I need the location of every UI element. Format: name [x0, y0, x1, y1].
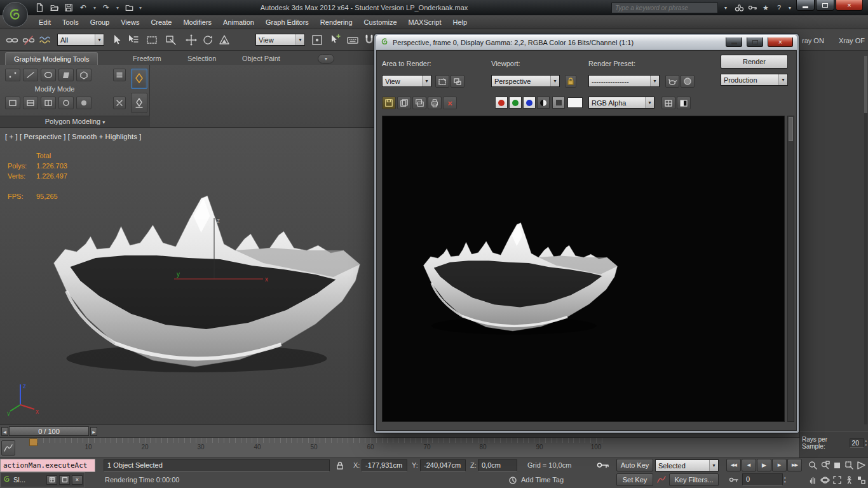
rendered-frame-window[interactable]: Perspective, frame 0, Display Gamma: 2,2…: [374, 33, 799, 433]
vertex-subobject-button[interactable]: [5, 69, 20, 81]
xray-on-label[interactable]: ray ON: [802, 37, 824, 44]
copy-image-icon[interactable]: [397, 97, 411, 109]
rfw-minimize-button[interactable]: [726, 37, 742, 47]
current-frame-field[interactable]: 0: [742, 473, 783, 485]
select-and-link-icon[interactable]: [4, 32, 20, 48]
menu-modifiers[interactable]: Modifiers: [177, 15, 217, 29]
help-icon[interactable]: ?: [773, 3, 785, 13]
minimize-button[interactable]: [796, 0, 815, 11]
toggle-ui-overlays-icon[interactable]: [661, 97, 675, 109]
red-channel-button[interactable]: [495, 97, 508, 109]
open-file-icon[interactable]: [48, 3, 60, 13]
auto-region-icon[interactable]: [451, 75, 465, 88]
ribbon-tool-button-4[interactable]: [58, 97, 74, 109]
render-preset-combo[interactable]: ---------------- ▾: [588, 75, 660, 87]
viewport-combo[interactable]: Perspective ▾: [491, 75, 560, 87]
ribbon-stack-button-1[interactable]: [113, 69, 126, 81]
xray-off-label[interactable]: Xray OF: [839, 37, 865, 44]
rfw-maximize-button[interactable]: [747, 37, 763, 47]
edge-subobject-button[interactable]: [23, 69, 38, 81]
environment-icon[interactable]: [681, 75, 695, 88]
use-pivot-point-center-icon[interactable]: [309, 32, 325, 48]
zoom-extents-all-icon[interactable]: [855, 473, 867, 486]
add-time-tag-label[interactable]: Add Time Tag: [521, 472, 564, 488]
bind-to-space-warp-icon[interactable]: [37, 32, 53, 48]
channel-display-combo[interactable]: RGB Alpha ▾: [588, 97, 654, 109]
menu-group[interactable]: Group: [85, 15, 116, 29]
next-frame-button[interactable]: ▶: [772, 459, 787, 471]
search-input[interactable]: [611, 3, 718, 13]
polygon-subobject-button[interactable]: [58, 69, 74, 81]
monochrome-button[interactable]: [552, 97, 565, 109]
select-and-rotate-icon[interactable]: [200, 32, 216, 48]
color-swatch[interactable]: [567, 97, 583, 108]
render-setup-icon[interactable]: [665, 75, 679, 88]
close-button[interactable]: ×: [836, 0, 863, 11]
favorites-star-icon[interactable]: ★: [760, 3, 771, 13]
area-to-render-combo[interactable]: View ▾: [382, 75, 431, 87]
keyboard-shortcut-override-icon[interactable]: [344, 32, 361, 48]
new-key-tangent-icon[interactable]: [655, 473, 668, 486]
render-button[interactable]: Render: [721, 55, 788, 69]
zoom-all-icon[interactable]: [819, 459, 831, 471]
subscription-key-icon[interactable]: [747, 3, 758, 13]
zoom-icon[interactable]: [807, 459, 818, 471]
select-and-scale-icon[interactable]: [216, 32, 233, 48]
blue-channel-button[interactable]: [523, 97, 536, 109]
rectangular-selection-region-icon[interactable]: [144, 32, 160, 48]
clone-rendered-frame-icon[interactable]: [412, 97, 426, 109]
ribbon-tool-button-2[interactable]: [23, 97, 38, 109]
y-coordinate-field[interactable]: -240,047cm: [420, 459, 466, 471]
tab-object-paint[interactable]: Object Paint: [234, 52, 288, 65]
x-coordinate-field[interactable]: -177,931cm: [362, 459, 407, 471]
element-subobject-button[interactable]: [76, 69, 92, 81]
tab-freeform[interactable]: Freeform: [125, 52, 170, 65]
application-menu-button[interactable]: [3, 2, 28, 27]
green-channel-button[interactable]: [509, 97, 522, 109]
toggle-ui-icon[interactable]: [677, 97, 691, 109]
current-frame-marker[interactable]: [29, 438, 37, 446]
select-and-move-icon[interactable]: [183, 32, 200, 48]
maximize-window-icon[interactable]: [59, 475, 70, 485]
rfw-close-button[interactable]: ×: [768, 37, 793, 47]
render-mode-combo[interactable]: Production ▾: [721, 74, 788, 86]
menu-animation[interactable]: Animation: [217, 15, 260, 29]
time-slider-right-arrow[interactable]: ▶: [90, 427, 97, 436]
auto-key-button[interactable]: Auto Key: [616, 459, 653, 471]
print-image-icon[interactable]: [428, 97, 442, 109]
go-to-end-button[interactable]: ▶▶: [787, 459, 802, 471]
save-file-icon[interactable]: [62, 3, 75, 13]
menu-graph-editors[interactable]: Graph Editors: [260, 15, 315, 29]
selection-filter-combo[interactable]: All ▾: [57, 34, 104, 46]
previous-frame-button[interactable]: ◀: [742, 459, 756, 471]
maximize-viewport-toggle-icon[interactable]: [831, 473, 843, 486]
go-to-start-button[interactable]: ◀◀: [726, 459, 741, 471]
track-bar[interactable]: 10 20 30 40 50 60 70 80 90 100: [0, 437, 799, 458]
ribbon-stack-button-2[interactable]: [113, 97, 126, 109]
menu-edit[interactable]: Edit: [33, 15, 57, 29]
walk-through-icon[interactable]: [843, 473, 855, 486]
rays-per-sample-field[interactable]: 20: [850, 438, 865, 448]
time-slider-thumb[interactable]: 0 / 100: [9, 426, 89, 436]
unlink-selection-icon[interactable]: [20, 32, 37, 48]
border-subobject-button[interactable]: [41, 69, 56, 81]
transform-gizmo[interactable]: z y x: [166, 214, 275, 285]
menu-customize[interactable]: Customize: [358, 15, 403, 29]
preview-multi-toggle-button[interactable]: [131, 93, 147, 113]
restore-window-icon[interactable]: [46, 475, 57, 485]
polygon-modeling-strip[interactable]: Polygon Modeling ▾: [0, 116, 150, 127]
slate-material-editor-minimized[interactable]: Sl... ×: [0, 472, 85, 487]
ribbon-tool-button-5[interactable]: [76, 97, 92, 109]
viewport-lock-icon[interactable]: [565, 75, 576, 88]
selection-lock-toggle-icon[interactable]: [333, 459, 347, 471]
viewport-label[interactable]: [ + ] [ Perspective ] [ Smooth + Highlig…: [5, 133, 141, 140]
close-window-icon[interactable]: ×: [72, 475, 83, 485]
ribbon-tool-button-3[interactable]: [41, 97, 56, 109]
rendered-frame-window-titlebar[interactable]: Perspective, frame 0, Display Gamma: 2,2…: [376, 35, 797, 50]
undo-icon[interactable]: ↶: [77, 3, 90, 13]
preview-subobject-toggle-button[interactable]: [131, 69, 147, 89]
z-coordinate-field[interactable]: 0,0cm: [478, 459, 517, 471]
render-vertical-scrollbar[interactable]: [787, 116, 794, 422]
command-panel-scrollbar[interactable]: [864, 56, 867, 424]
window-crossing-toggle-icon[interactable]: [163, 32, 179, 48]
